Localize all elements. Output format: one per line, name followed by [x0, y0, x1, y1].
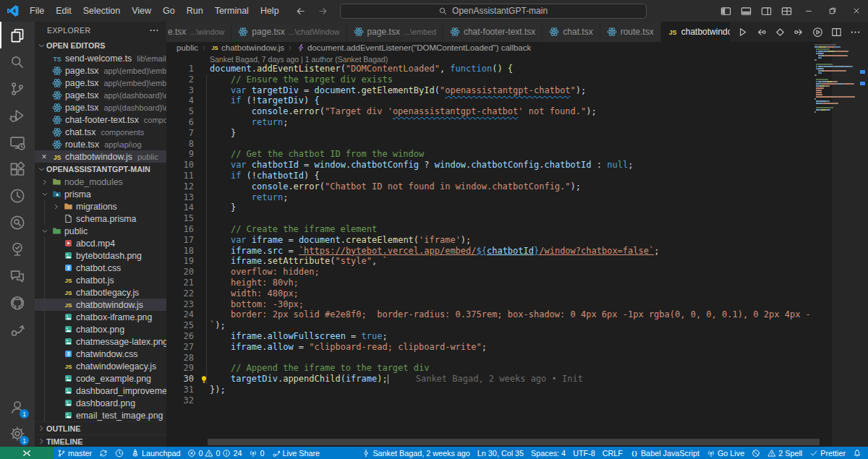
open-editor-item[interactable]: TSsend-welcome.tslib\emails	[35, 52, 166, 64]
activitybar-todo-tree[interactable]	[0, 236, 35, 262]
run-button[interactable]	[737, 27, 748, 38]
status-git-sync[interactable]	[95, 447, 111, 459]
tree-item[interactable]: JSchatwindowlegacy.js	[35, 360, 166, 372]
tree-item[interactable]: 3chatwindow.css	[35, 348, 166, 360]
status-eol[interactable]: CRLF	[599, 447, 626, 459]
previous-change-button[interactable]	[756, 27, 767, 38]
menu-item-edit[interactable]: Edit	[50, 0, 77, 22]
activitybar-accounts[interactable]: 1	[0, 393, 35, 420]
breadcrumb-item[interactable]: JSchatbotwindow.js	[210, 43, 284, 52]
layout-left-icon[interactable]	[715, 0, 736, 22]
activitybar-source-control[interactable]	[0, 75, 35, 102]
status-gitlens-status[interactable]	[111, 447, 127, 459]
breadcrumb[interactable]: publicJSchatbotwindow.jsdocument.addEven…	[166, 42, 868, 53]
menu-item-help[interactable]: Help	[255, 0, 285, 22]
command-center-search[interactable]: OpenAssistantGPT-main	[340, 4, 647, 19]
tab-page.tsx[interactable]: page.tsx...\embed	[347, 22, 443, 42]
minimize-icon[interactable]	[796, 0, 820, 22]
tree-item[interactable]: JSchatbotlegacy.js	[35, 286, 166, 299]
outline-header[interactable]: OUTLINE	[35, 421, 166, 434]
activitybar-comments[interactable]	[0, 262, 35, 289]
tree-item[interactable]: abcd.mp4	[35, 237, 166, 249]
status-indentation[interactable]: Spaces: 4	[527, 447, 569, 459]
open-changes-button[interactable]	[775, 27, 786, 38]
open-editor-item[interactable]: ×JSchatbotwindow.jspublic	[35, 150, 166, 163]
status-go-live[interactable]: Go Live	[703, 447, 748, 459]
remote-indicator[interactable]	[0, 447, 54, 459]
status-git-branch[interactable]: master	[54, 447, 95, 459]
back-button[interactable]	[295, 6, 306, 17]
activitybar-github[interactable]	[0, 289, 35, 316]
open-editor-item[interactable]: chat-footer-text.tsxcomponents	[35, 113, 166, 126]
tree-item[interactable]: code_example.png	[35, 372, 166, 385]
layout-right-icon[interactable]	[756, 0, 776, 22]
menu-item-selection[interactable]: Selection	[77, 0, 126, 22]
root-folder-header[interactable]: OPENASSISTANTGPT-MAIN	[35, 163, 166, 176]
more-actions-icon[interactable]	[149, 25, 159, 35]
tab-chat.tsx[interactable]: chat.tsx	[542, 22, 600, 42]
tree-item[interactable]: migrations	[35, 200, 166, 213]
status-git-blame[interactable]: Sanket Bagad, 2 weeks ago	[358, 447, 473, 459]
forward-button[interactable]	[318, 6, 328, 17]
tree-item[interactable]: JSchatbotwindow.js	[35, 299, 166, 311]
breadcrumb-item[interactable]: public	[176, 43, 198, 52]
tree-item[interactable]: prisma	[35, 188, 166, 200]
tab-route.tsx[interactable]: route.tsx	[600, 22, 661, 42]
menu-item-file[interactable]: File	[24, 0, 50, 22]
tab-chatbotwindow.js[interactable]: JSchatbotwindow.js×	[661, 22, 730, 42]
open-editor-item[interactable]: page.tsxapp\(dashboard)\dashbo...	[35, 89, 166, 101]
status-ports[interactable]: 0	[245, 447, 268, 459]
tree-item[interactable]: email_test_image.png	[35, 409, 166, 421]
minimap-slider[interactable]	[832, 42, 868, 447]
layout-custom-icon[interactable]	[776, 0, 796, 22]
menu-item-view[interactable]: View	[126, 0, 157, 22]
split-editor-button[interactable]	[831, 27, 842, 38]
status-spell-checker[interactable]: 2 Spell	[764, 447, 806, 459]
open-editor-item[interactable]: route.tsxapp\api\og	[35, 138, 166, 150]
tree-item[interactable]: chatbox.png	[35, 323, 166, 335]
tab-page.tsx[interactable]: page.tsx...\chatWindow	[231, 22, 346, 42]
open-editors-header[interactable]: OPEN EDITORS	[35, 39, 166, 52]
run-or-debug-button[interactable]	[812, 27, 823, 38]
tree-item[interactable]: dashboard_improvement.png	[35, 385, 166, 397]
open-editor-item[interactable]: page.tsxapp\(embed)\embed\[id]...	[35, 64, 166, 77]
tree-item[interactable]: node_modules	[35, 176, 166, 188]
activitybar-gitlens[interactable]	[0, 182, 35, 209]
activitybar-run-and-debug[interactable]	[0, 102, 35, 129]
activitybar-settings[interactable]: 1	[0, 420, 35, 447]
activitybar-remote-explorer[interactable]	[0, 129, 35, 155]
activitybar-gitlens-inspect[interactable]	[0, 209, 35, 236]
tree-item[interactable]: chatmessage-latex.png	[35, 335, 166, 348]
status-language-mode[interactable]: {}Babel JavaScript	[626, 447, 703, 459]
status-cursor-position[interactable]: Ln 30, Col 35	[474, 447, 527, 459]
tab-e.tsx[interactable]: e.tsx...\window	[166, 22, 231, 42]
tree-item[interactable]: chatbox-iframe.png	[35, 311, 166, 323]
restore-icon[interactable]	[820, 0, 844, 22]
menu-item-go[interactable]: Go	[157, 0, 181, 22]
breadcrumb-item[interactable]: document.addEventListener("DOMContentLoa…	[297, 43, 531, 52]
activitybar-extensions[interactable]	[0, 155, 35, 182]
status-blocked-indicator[interactable]	[748, 447, 764, 459]
minimap[interactable]	[812, 42, 868, 447]
open-editor-item[interactable]: chat.tsxcomponents	[35, 126, 166, 138]
horizontal-scrollbar[interactable]	[208, 439, 820, 445]
tab-chat-footer-text.tsx[interactable]: chat-footer-text.tsx	[443, 22, 542, 42]
tree-item[interactable]: dashboard.png	[35, 397, 166, 409]
more-actions-button[interactable]	[850, 27, 861, 38]
menu-item-terminal[interactable]: Terminal	[209, 0, 255, 22]
layout-panel-icon[interactable]	[736, 0, 756, 22]
tree-item[interactable]: JSchatbot.js	[35, 274, 166, 286]
activitybar-live-share[interactable]	[0, 316, 35, 343]
tree-item[interactable]: public	[35, 225, 166, 237]
status-launchpad[interactable]: Launchpad	[127, 447, 184, 459]
open-editor-item[interactable]: page.tsxapp\(dashboard)\dashbo...	[35, 101, 166, 113]
tree-item[interactable]: bytebotdash.png	[35, 249, 166, 262]
status-prettier[interactable]: Prettier	[806, 447, 849, 459]
open-editor-item[interactable]: page.tsxapp\(embed)\embed\[id]...	[35, 77, 166, 89]
status-problems[interactable]: 0024	[184, 447, 245, 459]
timeline-header[interactable]: TIMELINE	[35, 434, 166, 447]
status-encoding[interactable]: UTF-8	[569, 447, 599, 459]
code-area[interactable]: 1document.addEventListener("DOMContentLo…	[166, 64, 812, 406]
close-icon[interactable]: ×	[39, 152, 49, 162]
status-live-share[interactable]: Live Share	[268, 447, 324, 459]
